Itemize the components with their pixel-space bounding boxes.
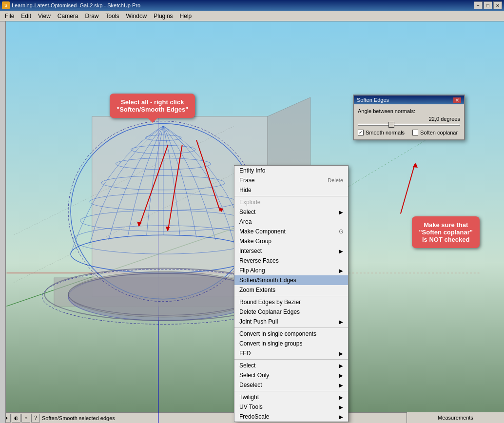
ctx-intersect[interactable]: Intersect ▶: [234, 246, 348, 256]
angle-label: Angle between normals:: [358, 108, 460, 114]
ctx-sep-3: [234, 327, 348, 328]
ctx-ffd[interactable]: FFD ▶: [234, 348, 348, 358]
soften-edges-panel: Soften Edges ✕ Angle between normals: 22…: [353, 95, 465, 140]
ctx-joint-push-pull[interactable]: Joint Push Pull ▶: [234, 317, 348, 327]
ctx-deselect[interactable]: Deselect ▶: [234, 380, 348, 390]
status-icon-2[interactable]: ◐: [12, 414, 20, 423]
angle-slider-thumb[interactable]: [388, 122, 394, 128]
ctx-make-component[interactable]: Make Component G: [234, 227, 348, 236]
ctx-uv-tools[interactable]: UV Tools ▶: [234, 402, 348, 412]
menu-file[interactable]: File: [2, 12, 17, 20]
title-bar: S Learning-Latest-Optomised_Gai-2.skp - …: [0, 0, 504, 11]
ctx-select2[interactable]: Select ▶: [234, 361, 348, 370]
soften-panel-body: Angle between normals: 22,0 degrees Smoo…: [354, 104, 464, 139]
status-icons: ● ◐ ○ ?: [2, 414, 40, 423]
ctx-erase[interactable]: Erase Delete: [234, 175, 348, 185]
ctx-fredoscale[interactable]: FredoScale ▶: [234, 412, 348, 422]
angle-slider-track[interactable]: [358, 124, 460, 126]
soften-checkboxes: Smooth normals Soften coplanar: [358, 130, 460, 135]
smooth-normals-label: Smooth normals: [366, 130, 405, 135]
soften-panel-title-text: Soften Edges: [357, 97, 389, 103]
soften-panel-close-button[interactable]: ✕: [453, 97, 461, 103]
menu-help[interactable]: Help: [177, 12, 195, 20]
ctx-soften-smooth[interactable]: Soften/Smooth Edges: [234, 275, 348, 285]
soften-coplanar-checkbox[interactable]: [412, 130, 418, 135]
ctx-select[interactable]: Select ▶: [234, 207, 348, 217]
status-icon-3[interactable]: ○: [21, 414, 30, 423]
window-title: Learning-Latest-Optomised_Gai-2.skp - Sk…: [12, 2, 140, 8]
menu-plugins[interactable]: Plugins: [151, 12, 175, 20]
ctx-make-group[interactable]: Make Group: [234, 236, 348, 246]
soften-coplanar-label: Soften coplanar: [420, 130, 458, 135]
measurements-box: Measurements: [407, 412, 504, 423]
ctx-explode: Explode: [234, 197, 348, 207]
maximize-button[interactable]: □: [484, 1, 492, 9]
ctx-area[interactable]: Area: [234, 217, 348, 227]
ctx-hide[interactable]: Hide: [234, 185, 348, 195]
menu-view[interactable]: View: [35, 12, 54, 20]
angle-value: 22,0 degrees: [429, 116, 460, 122]
ctx-flip-along[interactable]: Flip Along ▶: [234, 266, 348, 275]
ctx-zoom-extents[interactable]: Zoom Extents: [234, 285, 348, 295]
ctx-sep-2: [234, 296, 348, 296]
smooth-normals-option[interactable]: Smooth normals: [358, 130, 405, 135]
context-menu: Entity Info Erase Delete Hide Explode Se…: [234, 165, 349, 422]
measurements-label: Measurements: [438, 415, 473, 421]
annotation-left: Select all - right click "Soften/Smooth …: [110, 94, 195, 118]
left-panel: [0, 21, 6, 423]
app-icon: S: [2, 1, 10, 9]
ctx-convert-components[interactable]: Convert in single components: [234, 329, 348, 339]
ctx-sep-4: [234, 359, 348, 360]
menu-tools[interactable]: Tools: [103, 12, 122, 20]
ctx-reverse-faces[interactable]: Reverse Faces: [234, 256, 348, 266]
ctx-sep-1: [234, 196, 348, 196]
close-button[interactable]: ✕: [493, 1, 502, 9]
ctx-round-edges[interactable]: Round Edges by Bezier: [234, 297, 348, 307]
menu-edit[interactable]: Edit: [18, 12, 34, 20]
soften-coplanar-option[interactable]: Soften coplanar: [412, 130, 458, 135]
ctx-twilight[interactable]: Twilight ▶: [234, 392, 348, 402]
menu-draw[interactable]: Draw: [82, 12, 102, 20]
ctx-select-only[interactable]: Select Only ▶: [234, 370, 348, 380]
viewport-area: Select all - right click "Soften/Smooth …: [0, 21, 504, 423]
minimize-button[interactable]: −: [474, 1, 483, 9]
annotation-right: Make sure that "Soften coplanar" is NOT …: [412, 216, 480, 248]
menu-bar: File Edit View Camera Draw Tools Window …: [0, 11, 504, 21]
status-help-icon[interactable]: ?: [31, 414, 40, 423]
ctx-delete-coplanar[interactable]: Delete Coplanar Edges: [234, 307, 348, 317]
ctx-entity-info[interactable]: Entity Info: [234, 166, 348, 175]
soften-panel-title-bar: Soften Edges ✕: [354, 96, 464, 104]
ctx-convert-groups[interactable]: Convert in single groups: [234, 339, 348, 348]
menu-camera[interactable]: Camera: [55, 12, 81, 20]
smooth-normals-checkbox[interactable]: [358, 130, 364, 135]
ctx-sep-5: [234, 391, 348, 391]
menu-window[interactable]: Window: [123, 12, 150, 20]
